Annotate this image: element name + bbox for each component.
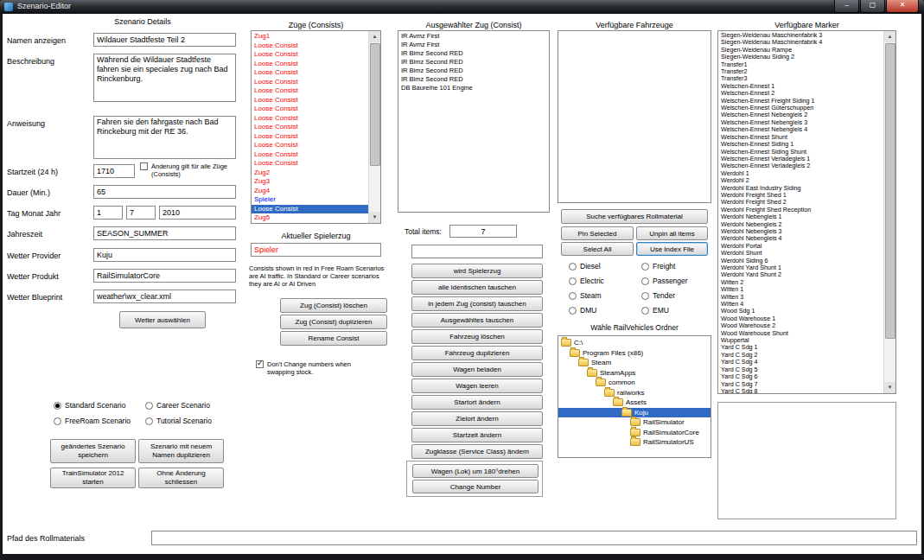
vehicle-list-item[interactable]: IR Bimz Second RED — [398, 49, 549, 58]
total-items-field[interactable] — [449, 225, 517, 238]
tree-item[interactable]: SteamApps — [558, 368, 711, 379]
start-simulator-button[interactable]: TrainSimulator 2012 starten — [50, 468, 136, 488]
consist-list-item[interactable]: Zug5 — [252, 213, 369, 223]
consist-action-button[interactable]: Startzeit ändern — [411, 428, 543, 442]
available-vehicles-listbox[interactable] — [558, 30, 711, 203]
choose-weather-button[interactable]: Wetter auswählen — [119, 311, 206, 328]
minimize-button[interactable]: – — [834, 0, 859, 13]
consist-list-item[interactable]: Zug2 — [252, 169, 369, 178]
consist-list-item[interactable]: Loose Consist — [252, 159, 369, 169]
vehicle-type-radio[interactable]: Tender — [641, 291, 709, 300]
vehicle-type-radio[interactable]: Passenger — [641, 277, 709, 285]
scroll-down-icon[interactable] — [369, 212, 380, 223]
consist-list-item[interactable]: Loose Consist — [252, 141, 369, 150]
markers-scrollbar[interactable] — [883, 31, 895, 393]
vehicle-type-radio[interactable]: Electric — [569, 277, 641, 285]
consist-action-button[interactable]: Fahrzeug duplizieren — [411, 346, 543, 360]
consist-list-item[interactable]: Loose Consist — [252, 105, 369, 114]
consist-action-button[interactable]: alle identischen tauschen — [411, 280, 543, 295]
consist-action-button[interactable]: Zielort ändern — [411, 411, 543, 426]
consist-list-item[interactable]: Loose Consist — [252, 123, 369, 132]
scenario-type-radio[interactable]: FreeRoam Scenario — [54, 417, 145, 425]
marker-list-item[interactable]: Yard C Sdg 8 — [718, 388, 884, 393]
scroll-up-icon[interactable] — [884, 31, 895, 42]
current-player-input[interactable] — [251, 243, 381, 257]
change-number-button[interactable]: Change Number — [412, 480, 538, 493]
consist-list-item[interactable]: Loose Consist — [252, 68, 369, 78]
consist-list-item[interactable]: Loose Consist — [252, 150, 369, 160]
duration-input[interactable] — [93, 185, 236, 199]
tree-item[interactable]: RailSimulatorUS — [558, 437, 711, 448]
consist-action-button[interactable]: Ausgewähltes tauschen — [411, 313, 543, 328]
markers-listbox[interactable]: Siegen-Weidenau Maschinenfabrik 3 Siegen… — [717, 30, 896, 394]
consist-list-item[interactable]: Loose Consist — [252, 78, 369, 87]
maximize-button[interactable]: ▢ — [860, 0, 885, 13]
scenario-name-input[interactable] — [93, 33, 236, 47]
title-bar[interactable]: Szenario-Editor – ▢ ✕ — [0, 0, 924, 14]
consist-list-item[interactable]: Loose Consist — [252, 60, 369, 69]
duplicate-scenario-button[interactable]: Szenario mit neuem Namen duplizieren — [138, 439, 224, 463]
consist-list-item[interactable]: Loose Consist — [252, 41, 369, 51]
rollmaterial-path-input[interactable] — [151, 531, 917, 545]
weather-product-input[interactable] — [93, 269, 236, 283]
scenario-type-radio[interactable]: Tutorial Scenario — [145, 417, 237, 425]
consist-action-button[interactable]: in jedem Zug (consist) tauschen — [411, 296, 543, 311]
instruction-input[interactable]: Fahren sie den fahrgaste nach Bad Rincke… — [93, 116, 236, 159]
delete-consist-button[interactable]: Zug (Consist) löschen — [280, 298, 387, 313]
year-input[interactable] — [159, 206, 236, 220]
consist-list-item[interactable]: Zug3 — [252, 177, 369, 187]
search-rollingstock-button[interactable]: Suche verfügbares Rollmaterial — [561, 209, 708, 224]
consist-action-button[interactable]: wird Spielerzug — [411, 264, 543, 278]
consist-list-item[interactable]: Loose Consist — [252, 132, 369, 142]
consist-action-button[interactable]: Fahrzeug löschen — [411, 329, 543, 344]
vehicle-type-radio[interactable]: Freight — [641, 262, 709, 270]
tree-item[interactable]: Steam — [558, 358, 711, 368]
duplicate-consist-button[interactable]: Zug (Consist) duplizieren — [280, 315, 387, 329]
consist-list-item[interactable]: Spieler — [252, 195, 369, 205]
rotate-wagon-button[interactable]: Wagen (Lok) um 180°drehen — [412, 464, 538, 478]
season-input[interactable] — [93, 226, 236, 240]
vehicle-type-radio[interactable]: EMU — [641, 306, 709, 315]
vehicle-type-radio[interactable]: Diesel — [569, 262, 641, 270]
vehicle-list-item[interactable]: IR Bimz Second RED — [398, 75, 549, 84]
consists-scrollbar[interactable] — [368, 31, 380, 223]
tree-item[interactable]: Assets — [558, 398, 711, 408]
vehicle-list-item[interactable]: IR Bimz Second RED — [398, 67, 549, 75]
scroll-up-icon[interactable] — [369, 31, 380, 42]
consist-action-button[interactable]: Startort ändern — [411, 395, 543, 410]
scenario-type-radio[interactable]: Career Scenario — [145, 401, 237, 410]
consist-action-button[interactable]: Zugklasse (Service Class) ändern — [411, 444, 543, 459]
month-input[interactable] — [126, 206, 156, 220]
consist-list-item[interactable]: Loose Consist — [252, 96, 369, 105]
tree-item[interactable]: railworks — [558, 388, 711, 398]
consist-list-item[interactable]: Loose Consist — [252, 50, 369, 60]
consist-list-item[interactable]: Zug1 — [252, 32, 369, 41]
dont-change-numbers-checkbox[interactable]: Don't Change numbers when swapping stock… — [256, 360, 370, 376]
vehicle-type-radio[interactable]: DMU — [569, 306, 641, 315]
vehicle-list-item[interactable]: IR Avmz First — [398, 41, 549, 49]
consist-list-item[interactable]: Loose Consist — [252, 205, 369, 214]
scroll-thumb[interactable] — [885, 43, 895, 339]
select-all-button[interactable]: Select All — [561, 242, 634, 256]
scroll-down-icon[interactable] — [884, 382, 895, 393]
pin-selected-button[interactable]: Pin Selected — [561, 226, 634, 240]
close-without-saving-button[interactable]: Ohne Änderung schliessen — [138, 468, 224, 488]
selected-consist-listbox[interactable]: IR Avmz First IR Avmz First IR Bimz Seco… — [398, 30, 550, 213]
railvehicles-tree[interactable]: C:\ Program Files (x86) Steam SteamApps … — [558, 335, 711, 458]
tree-item[interactable]: RailSimulator — [558, 417, 711, 428]
consists-listbox[interactable]: Zug1 Loose Consist Loose Consist Loose C… — [251, 30, 381, 224]
vehicle-type-radio[interactable]: Steam — [569, 291, 641, 300]
weather-blueprint-input[interactable] — [93, 290, 236, 303]
vehicle-list-item[interactable]: IR Bimz Second RED — [398, 58, 549, 67]
consist-action-button[interactable]: Wagen leeren — [411, 379, 543, 393]
description-input[interactable]: Während die Wildauer Stadtfeste fahren s… — [93, 54, 236, 102]
vehicle-list-item[interactable]: IR Avmz First — [398, 32, 549, 41]
rename-consist-button[interactable]: Rename Consist — [280, 331, 387, 346]
weather-provider-input[interactable] — [93, 248, 236, 262]
vehicle-list-item[interactable]: DB Baureihe 101 Engine — [398, 84, 549, 92]
tree-item[interactable]: C:\ — [558, 338, 711, 348]
unpin-all-button[interactable]: Unpin all items — [636, 226, 708, 240]
consist-list-item[interactable]: Loose Consist — [252, 86, 369, 96]
apply-all-trains-checkbox[interactable]: Änderung gilt für alle Züge (Consists) — [140, 162, 237, 178]
day-input[interactable] — [93, 206, 123, 220]
